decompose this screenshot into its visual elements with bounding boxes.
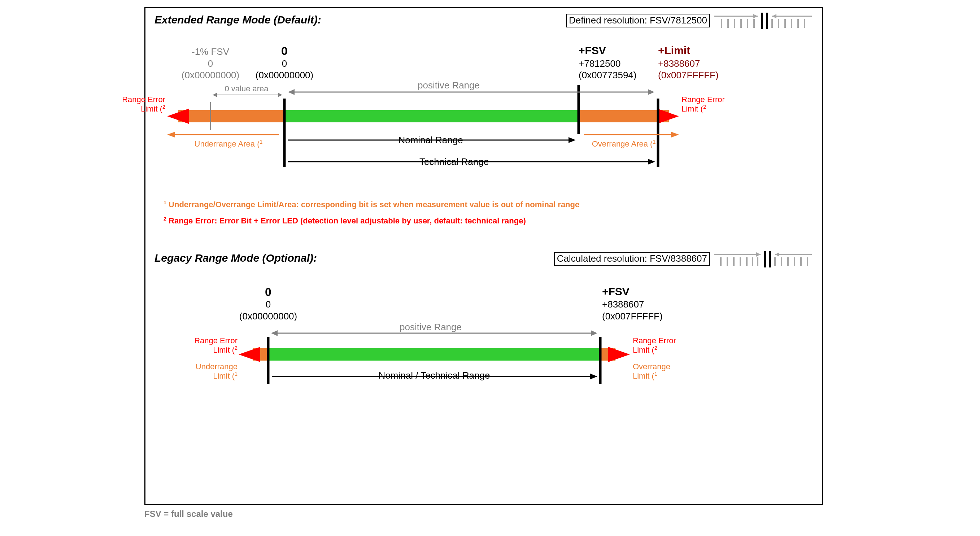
- ext-nominal-range: Nominal Range: [377, 135, 485, 146]
- page: Extended Range Mode (Default): Defined r…: [0, 0, 980, 536]
- leg-zero-val: 0: [257, 299, 279, 310]
- ext-overrange-area: Overrange Area (1: [582, 139, 665, 149]
- ext-technical-range: Technical Range: [391, 156, 517, 167]
- leg-range-error-right: Range Error Limit (2: [633, 336, 694, 355]
- legacy-resolution-box: Calculated resolution: FSV/8388607: [554, 252, 710, 266]
- footnote-2: 2 Range Error: Error Bit + Error LED (de…: [164, 216, 526, 226]
- extended-title: Extended Range Mode (Default):: [154, 14, 321, 26]
- svg-marker-32: [648, 89, 654, 95]
- ext-zero-value-area: 0 value area: [218, 84, 275, 94]
- svg-marker-34: [167, 132, 175, 138]
- legacy-title: Legacy Range Mode (Optional):: [154, 252, 317, 264]
- extended-resolution-box: Defined resolution: FSV/7812500: [566, 14, 710, 27]
- svg-marker-17: [772, 14, 776, 18]
- leg-nominal-technical-range: Nominal / Technical Range: [348, 370, 521, 381]
- ext-range-error-right: Range Error Limit (2: [681, 95, 743, 114]
- ext-range-error-left: Range Error Limit (2: [106, 95, 165, 114]
- svg-marker-29: [278, 93, 282, 97]
- ext-lim-label: +Limit: [658, 45, 730, 57]
- ext-underrange-area: Underrange Area (1: [181, 139, 275, 149]
- leg-fsv-hex: (0x007FFFFF): [602, 311, 692, 322]
- svg-marker-64: [608, 347, 630, 362]
- svg-marker-40: [648, 159, 655, 165]
- svg-rect-60: [268, 348, 600, 361]
- svg-rect-18: [178, 110, 285, 122]
- legacy-ticks-icon: [714, 250, 812, 268]
- svg-marker-71: [590, 374, 597, 379]
- leg-positive-range: positive Range: [377, 321, 485, 333]
- svg-marker-31: [288, 89, 294, 95]
- svg-marker-38: [568, 137, 576, 143]
- fsv-caption: FSV = full scale value: [145, 509, 233, 519]
- svg-marker-36: [671, 132, 679, 138]
- ext-lim-val: +8388607: [658, 58, 737, 69]
- leg-underrange-limit: Underrange Limit (1: [178, 362, 237, 381]
- diagram-frame: Extended Range Mode (Default): Defined r…: [145, 7, 823, 505]
- svg-marker-69: [591, 330, 597, 336]
- ext-fsv-val: +7812500: [579, 58, 658, 69]
- leg-fsv-label: +FSV: [602, 286, 674, 298]
- footnote-1: 1 Underrange/Overrange Limit/Area: corre…: [164, 200, 579, 209]
- leg-overrange-limit: Overrange Limit (1: [633, 362, 694, 381]
- ext-m1-pct: -1% FSV: [174, 46, 247, 57]
- ext-positive-range: positive Range: [395, 80, 503, 91]
- svg-marker-49: [756, 252, 760, 257]
- svg-marker-63: [239, 347, 260, 362]
- svg-marker-68: [271, 330, 278, 336]
- svg-marker-28: [213, 93, 217, 97]
- svg-marker-7: [753, 14, 758, 18]
- ext-zero-label: 0: [274, 45, 295, 58]
- leg-zero-hex: (0x00000000): [223, 311, 313, 322]
- ext-fsv-label: +FSV: [579, 45, 651, 57]
- svg-rect-20: [285, 110, 579, 122]
- extended-ticks-icon: [714, 12, 812, 30]
- svg-marker-59: [775, 252, 779, 257]
- ext-m1-val: 0: [174, 58, 247, 69]
- leg-fsv-val: +8388607: [602, 299, 681, 310]
- leg-range-error-left: Range Error Limit (2: [178, 336, 237, 355]
- ext-zero-val: 0: [274, 58, 295, 69]
- svg-rect-19: [579, 110, 669, 122]
- leg-zero-label: 0: [257, 286, 279, 299]
